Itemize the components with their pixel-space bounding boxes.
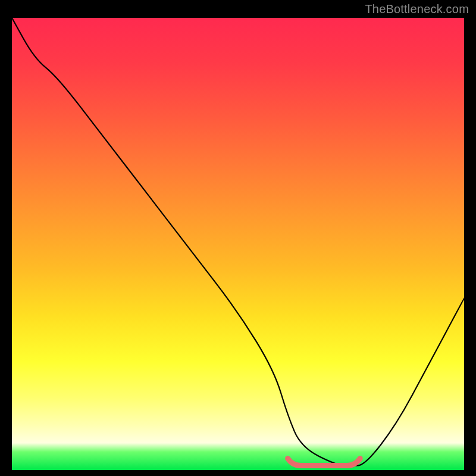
optimal-range-marker — [288, 458, 361, 465]
chart-svg — [12, 18, 464, 470]
chart-frame: TheBottleneck.com — [0, 0, 476, 476]
watermark-text: TheBottleneck.com — [365, 2, 469, 16]
plot-area — [12, 18, 464, 470]
bottleneck-curve — [12, 18, 464, 465]
